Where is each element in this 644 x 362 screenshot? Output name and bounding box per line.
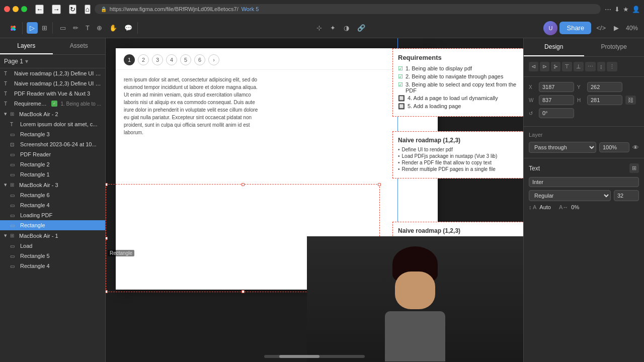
canvas-scrollbar[interactable] [264, 355, 365, 358]
tab-prototype[interactable]: Prototype [584, 38, 645, 56]
layer-item[interactable]: T PDF Reader with Vue & Nuxt 3 [0, 88, 105, 99]
page-5[interactable]: 5 [180, 54, 191, 65]
constrain-proportions-button[interactable]: ⛓ [625, 96, 636, 105]
handle-lm[interactable] [106, 237, 108, 240]
traffic-yellow[interactable] [13, 6, 19, 12]
frame-name: MacBook Air - 2 [19, 111, 58, 117]
nav-home-button[interactable]: ⌂ [85, 5, 91, 14]
contrast-button[interactable]: ◑ [341, 22, 352, 34]
tab-layers[interactable]: Layers [0, 38, 53, 54]
opacity-input[interactable] [599, 142, 629, 152]
page-1[interactable]: 1 [124, 54, 135, 65]
layer-item[interactable]: ▭ Load [0, 241, 105, 251]
layer-name: Rectangle 1 [20, 171, 101, 177]
handle-bm[interactable] [242, 290, 245, 293]
layer-item[interactable]: ⊡ Screenshot 2023-06-24 at 10... [0, 139, 105, 149]
layer-item[interactable]: T Naive roadmap (1,2,3) Define UI to... [0, 78, 105, 88]
handle-bl[interactable] [106, 290, 108, 293]
rotation-label: ↺ [529, 111, 536, 116]
link-button[interactable]: 🔗 [354, 22, 368, 34]
layer-item[interactable]: T Naive roadmap (1,2,3) Define UI to... [0, 68, 105, 78]
pen-tool-button[interactable]: ✏ [70, 22, 82, 34]
scrollbar-thumb[interactable] [279, 355, 319, 358]
align-bottom-button[interactable]: ⋯ [585, 62, 596, 71]
align-middle-v-button[interactable]: ⊥ [574, 62, 584, 71]
hand-tool-button[interactable]: ✋ [106, 22, 120, 34]
align-top-button[interactable]: ⊤ [562, 62, 572, 71]
download-icon[interactable]: ⬇ [614, 6, 620, 13]
rectangle-tool-button[interactable]: ▭ [57, 22, 69, 34]
layer-item[interactable]: ▭ Rectangle 4 [0, 200, 105, 210]
layer-item-selected[interactable]: ▭ Rectangle [0, 220, 105, 230]
zoom-level[interactable]: 40% [624, 25, 640, 32]
page-2[interactable]: 2 [138, 54, 149, 65]
traffic-green[interactable] [21, 6, 27, 12]
bookmarks-icon[interactable]: ★ [623, 6, 629, 13]
present-button[interactable]: ▶ [611, 22, 622, 34]
y-input[interactable] [587, 82, 622, 92]
layer-item[interactable]: ▭ Rectangle 4 [0, 261, 105, 271]
handle-tl[interactable] [106, 183, 108, 186]
layer-item[interactable]: ▭ PDF Reader [0, 149, 105, 159]
canvas-area[interactable]: 1 2 3 4 5 6 › rem ipsum dolor sit amet, … [106, 38, 523, 362]
rect-icon: ▭ [10, 152, 17, 157]
align-left-button[interactable]: ⊲ [529, 62, 538, 71]
autolayout-button[interactable]: ✦ [327, 22, 339, 34]
traffic-red[interactable] [4, 6, 10, 12]
url-bar[interactable]: 🔒 https://www.figma.com/file/BRfRWjnLd09… [95, 4, 601, 14]
font-family-input[interactable] [529, 177, 639, 187]
tab-assets[interactable]: Assets [53, 38, 106, 54]
layer-item[interactable]: ▭ Rectangle 5 [0, 251, 105, 261]
figma-menu-button[interactable] [6, 22, 20, 34]
align-center-h-button[interactable]: ⊳ [540, 62, 549, 71]
distribute-v-button[interactable]: ⋮ [607, 62, 617, 71]
layer-item[interactable]: ▭ Rectangle 3 [0, 129, 105, 139]
layer-section-macbook1[interactable]: ▾ ⊞ MacBook Air - 1 [0, 230, 105, 241]
font-size-input[interactable] [614, 190, 639, 201]
page-4[interactable]: 4 [166, 54, 177, 65]
text-tool-button[interactable]: T [83, 22, 93, 34]
nav-back-button[interactable]: ← [35, 5, 44, 14]
align-right-button[interactable]: ⊱ [551, 62, 560, 71]
layer-section-macbook2[interactable]: ▾ ⊞ MacBook Air - 2 [0, 109, 105, 119]
visibility-button[interactable]: 👁 [632, 144, 639, 151]
tab-design[interactable]: Design [524, 38, 584, 56]
shoulders [385, 311, 445, 361]
browser-traffic-lights[interactable] [4, 6, 27, 12]
h-input[interactable] [587, 95, 622, 105]
dev-mode-button[interactable]: </> [593, 22, 609, 34]
extensions-icon[interactable]: ⋯ [605, 6, 611, 13]
components-tool-button[interactable]: ⊕ [94, 22, 105, 34]
rect-icon: ▭ [10, 263, 17, 269]
page-3[interactable]: 3 [152, 54, 163, 65]
nav-forward-button[interactable]: → [52, 5, 60, 14]
nav-refresh-button[interactable]: ↻ [69, 5, 76, 14]
layer-item[interactable]: ▭ Rectangle 2 [0, 159, 105, 169]
layer-item[interactable]: T Requirements ✓ 1. Being able to ... [0, 99, 105, 109]
layer-section-macbook3[interactable]: ▾ ⊞ MacBook Air - 3 [0, 179, 105, 190]
page-6[interactable]: 6 [194, 54, 205, 65]
layer-item[interactable]: T Lorem ipsum dolor sit amet, c... [0, 119, 105, 129]
account-icon[interactable]: 👤 [632, 6, 640, 13]
layer-name: Rectangle [20, 222, 101, 228]
layer-item[interactable]: ▭ Rectangle 1 [0, 169, 105, 179]
blend-mode-select[interactable]: Pass through Normal Multiply Screen [529, 142, 596, 153]
frame-tool-button[interactable]: ⊞ [39, 22, 50, 34]
page-next[interactable]: › [208, 54, 219, 65]
share-button[interactable]: Share [559, 22, 591, 34]
expand-icon: ▾ [4, 232, 7, 239]
rotation-input[interactable] [539, 108, 574, 118]
font-style-select[interactable]: Regular Bold Italic Light [529, 190, 611, 201]
comment-tool-button[interactable]: 💬 [121, 22, 135, 34]
text-properties-section: Text ⊞ Regular Bold Italic Light ↕ A Aut… [524, 158, 644, 215]
text-options-button[interactable]: ⊞ [629, 163, 639, 173]
bullet: • [398, 160, 400, 165]
layer-item[interactable]: ▭ Rectangle 6 [0, 190, 105, 200]
distribute-h-button[interactable]: ⫶ [597, 62, 605, 71]
select-tool-button[interactable]: ▷ [27, 22, 38, 34]
constraints-button[interactable]: ⊹ [313, 22, 325, 34]
w-input[interactable] [539, 95, 574, 105]
page-selector[interactable]: Page 1 ▾ [0, 55, 105, 68]
x-input[interactable] [539, 82, 574, 92]
layer-item[interactable]: ▭ Loading PDF [0, 210, 105, 220]
